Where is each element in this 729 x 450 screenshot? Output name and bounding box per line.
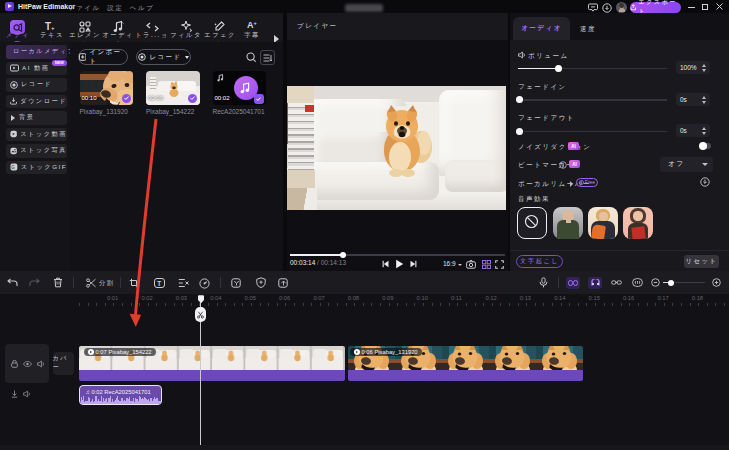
svg-text:G: G [11, 165, 15, 170]
